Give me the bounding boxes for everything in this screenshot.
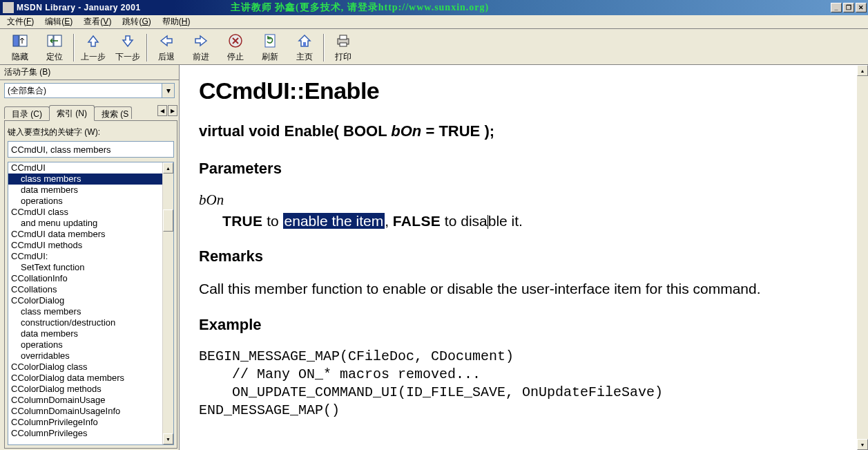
subset-combo[interactable]: (全部集合) ▾ (4, 83, 175, 98)
list-item[interactable]: and menu updating (8, 218, 162, 229)
list-item[interactable]: construction/destruction (8, 317, 162, 328)
svg-rect-5 (265, 35, 275, 47)
list-item[interactable]: CCmdUI: (8, 251, 162, 262)
svg-rect-0 (13, 35, 19, 46)
function-signature: virtual void Enable( BOOL bOn = TRUE ); (199, 122, 849, 140)
keyword-prompt: 键入要查找的关键字 (W): (8, 126, 174, 138)
print-button[interactable]: 打印 (326, 31, 360, 64)
list-item[interactable]: CCollations (8, 284, 162, 295)
text-cursor (488, 215, 488, 229)
list-item[interactable]: CColorDialog methods (8, 384, 162, 395)
toolbar: 隐藏 定位 上一步 下一步 后退 前进 停止 刷新 主页 打印 (0, 29, 868, 65)
app-icon (3, 2, 14, 13)
example-heading: Example (199, 316, 849, 334)
menubar: 文件(F) 编辑(E) 查看(V) 跳转(G) 帮助(H) (0, 15, 868, 29)
content-scrollbar[interactable]: ▲ ▼ (857, 65, 868, 450)
list-item[interactable]: CCmdUI class (8, 207, 162, 218)
list-item[interactable]: CColumnDomainUsageInfo (8, 406, 162, 417)
svg-rect-9 (340, 43, 347, 46)
list-item[interactable]: operations (8, 196, 162, 207)
menu-go[interactable]: 跳转(G) (117, 15, 156, 29)
list-item[interactable]: overridables (8, 350, 162, 362)
list-item[interactable]: CColorDialog (8, 295, 162, 306)
chevron-down-icon[interactable]: ▾ (162, 84, 174, 97)
home-icon (296, 32, 313, 49)
maximize-button[interactable]: ❐ (843, 3, 854, 12)
list-item[interactable]: data members (8, 328, 162, 339)
param-desc: TRUE to enable the item, FALSE to disabl… (222, 212, 849, 231)
svg-rect-8 (340, 35, 347, 39)
keyword-input[interactable]: CCmdUI, class members (8, 141, 174, 158)
hide-icon (12, 32, 28, 49)
menu-edit[interactable]: 编辑(E) (39, 15, 78, 29)
list-item[interactable]: operations (8, 339, 162, 350)
hide-button[interactable]: 隐藏 (3, 31, 37, 64)
svg-rect-6 (303, 42, 306, 46)
list-scrollbar[interactable]: ▲ ▼ (162, 162, 173, 444)
menu-help[interactable]: 帮助(H) (157, 15, 196, 29)
up-arrow-icon (85, 32, 102, 49)
tab-contents[interactable]: 目录 (C) (4, 106, 50, 119)
svg-rect-1 (19, 35, 27, 46)
menu-file[interactable]: 文件(F) (1, 15, 39, 29)
close-button[interactable]: ✕ (856, 3, 867, 12)
scroll-down-icon[interactable]: ▼ (857, 439, 868, 450)
back-arrow-icon (158, 32, 175, 49)
subset-value: (全部集合) (5, 85, 162, 97)
list-item[interactable]: SetText function (8, 262, 162, 273)
example-code: BEGIN_MESSAGE_MAP(CFileDoc, CDocument) /… (199, 348, 849, 420)
tab-scroll-left[interactable]: ◀ (157, 105, 167, 116)
window-title: MSDN Library - January 2001 (17, 3, 141, 12)
locate-icon (46, 32, 63, 49)
down-arrow-icon (119, 32, 136, 49)
list-item[interactable]: CCmdUI (8, 162, 162, 174)
list-item[interactable]: CColumnPrivilegeInfo (8, 417, 162, 428)
list-item[interactable]: CColorDialog class (8, 362, 162, 373)
minimize-button[interactable]: _ (831, 3, 842, 12)
scroll-up-icon[interactable]: ▲ (857, 65, 868, 76)
remarks-text: Call this member function to enable or d… (199, 279, 848, 299)
remarks-heading: Remarks (199, 247, 849, 265)
tab-scroll-right[interactable]: ▶ (168, 105, 177, 116)
list-item[interactable]: CColumnPrivileges (8, 428, 162, 439)
stop-icon (227, 32, 244, 49)
scroll-thumb[interactable] (163, 209, 173, 232)
list-item[interactable]: class members (8, 306, 162, 317)
menu-view[interactable]: 查看(V) (78, 15, 117, 29)
selected-text: enable the item (283, 213, 385, 229)
prev-button[interactable]: 上一步 (76, 31, 110, 64)
list-item[interactable]: data members (8, 185, 162, 196)
refresh-button[interactable]: 刷新 (253, 31, 287, 64)
page-title: CCmdUI::Enable (199, 77, 849, 104)
list-item[interactable]: CColumnDomainUsage (8, 395, 162, 406)
list-item[interactable]: CColorDialog data members (8, 373, 162, 384)
back-button[interactable]: 后退 (149, 31, 184, 64)
print-icon (335, 32, 351, 49)
tab-search[interactable]: 搜索 (S (94, 106, 132, 119)
tab-index[interactable]: 索引 (N) (49, 105, 95, 121)
list-item[interactable]: CCmdUI data members (8, 229, 162, 240)
scroll-up-icon[interactable]: ▲ (163, 162, 173, 174)
content-pane: CCmdUI::Enable virtual void Enable( BOOL… (180, 65, 868, 450)
list-item[interactable]: CCmdUI methods (8, 240, 162, 251)
nav-pane: 活动子集 (B) (全部集合) ▾ 目录 (C) 索引 (N) 搜索 (S ◀ … (0, 65, 180, 450)
list-item[interactable]: CCollationInfo (8, 273, 162, 284)
title-banner: 主讲教师 孙鑫(更多技术, 请登录http://www.sunxin.org) (231, 1, 490, 14)
locate-button[interactable]: 定位 (37, 31, 72, 64)
parameters-heading: Parameters (199, 160, 849, 178)
index-listbox[interactable]: CCmdUIclass membersdata membersoperation… (8, 162, 174, 445)
titlebar: MSDN Library - January 2001 主讲教师 孙鑫(更多技术… (0, 0, 868, 15)
stop-button[interactable]: 停止 (218, 31, 253, 64)
next-button[interactable]: 下一步 (110, 31, 145, 64)
home-button[interactable]: 主页 (287, 31, 322, 64)
list-item[interactable]: class members (8, 174, 162, 185)
forward-arrow-icon (193, 32, 209, 49)
fwd-button[interactable]: 前进 (184, 31, 218, 64)
param-name: bOn (199, 191, 849, 209)
subset-label: 活动子集 (B) (0, 65, 179, 80)
scroll-down-icon[interactable]: ▼ (163, 433, 173, 444)
refresh-icon (262, 32, 278, 49)
